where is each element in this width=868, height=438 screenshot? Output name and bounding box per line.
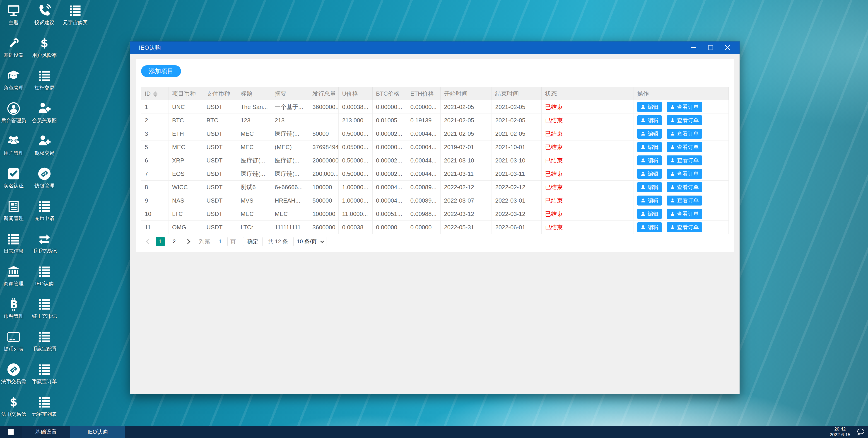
desktop-shortcut[interactable]: 后台管理员 bbox=[0, 99, 29, 132]
cell-pay: USDT bbox=[203, 181, 237, 194]
desktop-shortcut[interactable]: 元宇宙购买 bbox=[60, 1, 91, 34]
view-orders-button[interactable]: 查看订单 bbox=[666, 142, 702, 152]
desktop-shortcut[interactable]: 会员关系图 bbox=[29, 99, 60, 132]
shortcut-label: 日志信息 bbox=[4, 248, 24, 255]
status-badge: 已结束 bbox=[545, 157, 563, 164]
desktop-shortcut[interactable]: 投诉建议 bbox=[29, 1, 60, 34]
prev-page-icon[interactable] bbox=[146, 239, 152, 244]
content-card: 添加项目 ID 项目币种 支付币种 标题 bbox=[136, 59, 734, 252]
view-orders-button[interactable]: 查看订单 bbox=[666, 102, 702, 112]
maximize-icon[interactable] bbox=[707, 44, 714, 51]
cell-project: UNC bbox=[168, 100, 203, 114]
edit-button[interactable]: 编辑 bbox=[637, 115, 662, 125]
next-page-icon[interactable] bbox=[185, 239, 190, 244]
cell-uprice: 1.00000... bbox=[339, 181, 373, 194]
shortcut-label: 法币交易需 bbox=[1, 378, 26, 385]
col-header-pay: 支付币种 bbox=[203, 87, 237, 100]
view-orders-button[interactable]: 查看订单 bbox=[666, 182, 702, 192]
newspaper-icon bbox=[7, 200, 20, 213]
desktop-shortcut[interactable]: 提币列表 bbox=[0, 328, 29, 360]
cell-summary: 医疗链(... bbox=[271, 167, 309, 181]
desktop-shortcut[interactable]: 角色管理 bbox=[0, 67, 29, 99]
user-icon bbox=[641, 158, 646, 163]
desktop-shortcut[interactable]: IEO认购 bbox=[29, 262, 60, 295]
shortcut-label: 杠杆交易 bbox=[34, 85, 54, 91]
desktop-shortcut[interactable]: 用户管理 bbox=[0, 132, 29, 165]
edit-button[interactable]: 编辑 bbox=[637, 209, 662, 219]
cell-total: 3600000... bbox=[309, 221, 339, 234]
confirm-button[interactable]: 确定 bbox=[243, 237, 262, 246]
desktop-shortcut[interactable]: $ 用户风险率 bbox=[29, 34, 60, 67]
status-badge: 已结束 bbox=[545, 117, 563, 124]
cell-total: 1000000 bbox=[309, 207, 339, 221]
view-orders-button[interactable]: 查看订单 bbox=[666, 209, 702, 219]
desktop-shortcut[interactable]: 新闻管理 bbox=[0, 197, 29, 230]
shortcut-label: 基础设置 bbox=[4, 52, 24, 59]
start-button[interactable] bbox=[0, 426, 22, 438]
desktop-shortcut[interactable]: 杠杆交易 bbox=[29, 67, 60, 99]
desktop-shortcut[interactable]: 基础设置 bbox=[0, 34, 29, 67]
col-header-id[interactable]: ID bbox=[141, 87, 169, 100]
minimize-icon[interactable] bbox=[690, 44, 697, 51]
cell-status: 已结束 bbox=[541, 141, 633, 154]
desktop-shortcut[interactable]: 主题 bbox=[0, 1, 29, 34]
close-icon[interactable] bbox=[724, 44, 731, 51]
cell-status: 已结束 bbox=[541, 167, 633, 181]
shortcut-label: 主题 bbox=[9, 19, 19, 26]
cell-btcprice: 0.00004... bbox=[372, 181, 407, 194]
svg-text:$: $ bbox=[10, 396, 18, 409]
desktop-shortcut[interactable]: 法币交易需 bbox=[0, 360, 29, 393]
desktop-shortcut[interactable]: 期权交易 bbox=[29, 132, 60, 165]
edit-button[interactable]: 编辑 bbox=[637, 102, 662, 112]
status-badge: 已结束 bbox=[545, 130, 563, 137]
desktop-shortcut[interactable]: 日志信息 bbox=[0, 230, 29, 262]
page-number[interactable]: 1 bbox=[156, 237, 165, 246]
edit-button[interactable]: 编辑 bbox=[637, 182, 662, 192]
cell-summary: 111111111 bbox=[271, 221, 309, 234]
desktop-shortcut[interactable]: 商家管理 bbox=[0, 262, 29, 295]
desktop-shortcut[interactable]: 元宇宙列表 bbox=[29, 393, 60, 426]
cell-ethprice: 0.00988... bbox=[407, 207, 440, 221]
desktop-shortcut[interactable]: 币赢宝配置 bbox=[29, 328, 60, 360]
cell-id: 11 bbox=[141, 221, 169, 234]
view-orders-button[interactable]: 查看订单 bbox=[666, 222, 702, 232]
col-header-btcprice: BTC价格 bbox=[372, 87, 407, 100]
edit-button[interactable]: 编辑 bbox=[637, 222, 662, 232]
user-icon bbox=[670, 225, 675, 230]
user-icon bbox=[641, 131, 646, 136]
desktop-shortcut[interactable]: B 币种管理 bbox=[0, 295, 29, 328]
shortcut-label: 充币申请 bbox=[34, 215, 54, 222]
taskbar-item[interactable]: IEO认购 bbox=[70, 426, 125, 438]
view-orders-button[interactable]: 查看订单 bbox=[666, 196, 702, 206]
add-project-button[interactable]: 添加项目 bbox=[141, 65, 181, 77]
edit-button[interactable]: 编辑 bbox=[637, 169, 662, 179]
desktop-shortcut[interactable]: 币赢宝订单 bbox=[29, 360, 60, 393]
view-orders-button[interactable]: 查看订单 bbox=[666, 129, 702, 139]
desktop-shortcut[interactable]: 充币申请 bbox=[29, 197, 60, 230]
desktop-shortcut[interactable]: 币币交易记 bbox=[29, 230, 60, 262]
view-orders-button[interactable]: 查看订单 bbox=[666, 155, 702, 166]
user-icon bbox=[641, 225, 646, 230]
user-icon bbox=[670, 185, 675, 189]
per-page-select[interactable]: 10 条/页 bbox=[293, 237, 327, 246]
view-orders-button[interactable]: 查看订单 bbox=[666, 169, 702, 179]
col-header-status: 状态 bbox=[541, 87, 633, 100]
view-orders-button[interactable]: 查看订单 bbox=[666, 115, 702, 125]
goto-page-input[interactable] bbox=[213, 237, 228, 246]
desktop-shortcut[interactable]: 链上充币记 bbox=[29, 295, 60, 328]
desktop-shortcut[interactable]: $ 法币交易信 bbox=[0, 393, 29, 426]
desktop-shortcut[interactable]: 钱包管理 bbox=[29, 165, 60, 197]
sort-icon[interactable] bbox=[153, 91, 157, 97]
edit-button[interactable]: 编辑 bbox=[637, 155, 662, 166]
cell-pay: USDT bbox=[203, 100, 237, 114]
desktop-shortcut[interactable]: 实名认证 bbox=[0, 165, 29, 197]
edit-button[interactable]: 编辑 bbox=[637, 196, 662, 206]
edit-button[interactable]: 编辑 bbox=[637, 129, 662, 139]
notification-bubble-icon[interactable] bbox=[856, 428, 865, 436]
cell-id: 8 bbox=[141, 181, 169, 194]
edit-button[interactable]: 编辑 bbox=[637, 142, 662, 152]
page-number[interactable]: 2 bbox=[170, 237, 179, 246]
taskbar-item[interactable]: 基础设置 bbox=[22, 426, 70, 438]
cell-btcprice: 0.00051... bbox=[372, 207, 407, 221]
status-badge: 已结束 bbox=[545, 210, 563, 217]
